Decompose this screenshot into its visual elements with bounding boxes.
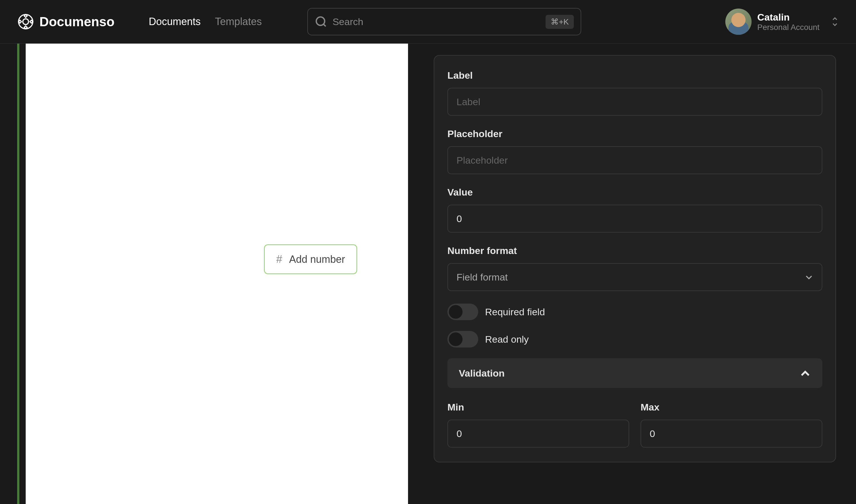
number-format-group: Number format Field format	[447, 245, 822, 291]
document-area: # Add number	[0, 43, 414, 504]
chevron-down-icon	[805, 273, 813, 281]
search-box[interactable]: ⌘+K	[307, 8, 581, 35]
user-menu[interactable]: Catalin Personal Account	[725, 8, 839, 35]
search-input[interactable]	[332, 16, 546, 28]
number-format-selected: Field format	[457, 272, 508, 283]
label-label: Label	[447, 70, 822, 81]
nav-links: Documents Templates	[149, 16, 262, 28]
svg-point-1	[23, 19, 29, 24]
min-label: Min	[447, 402, 629, 413]
read-only-toggle[interactable]	[447, 331, 478, 347]
properties-sidebar: Label Placeholder Value Number format Fi…	[414, 43, 856, 504]
avatar	[725, 8, 752, 35]
logo[interactable]: Documenso	[17, 13, 115, 30]
max-input[interactable]	[640, 420, 822, 448]
user-account: Personal Account	[757, 23, 820, 32]
user-info: Catalin Personal Account	[757, 12, 820, 32]
max-label: Max	[640, 402, 822, 413]
header: Documenso Documents Templates ⌘+K Catali…	[0, 0, 856, 43]
validation-title: Validation	[459, 368, 505, 379]
read-only-row: Read only	[447, 331, 822, 347]
number-format-label: Number format	[447, 245, 822, 256]
chevron-updown-icon	[831, 16, 839, 28]
number-field-chip[interactable]: # Add number	[264, 244, 357, 274]
document-indicator	[17, 43, 19, 504]
document-page[interactable]: # Add number	[26, 43, 408, 504]
min-input[interactable]	[447, 420, 629, 448]
placeholder-input[interactable]	[447, 146, 822, 174]
nav-templates[interactable]: Templates	[215, 16, 262, 28]
placeholder-group: Placeholder	[447, 128, 822, 174]
field-properties-panel: Label Placeholder Value Number format Fi…	[434, 55, 836, 462]
validation-grid: Min Max	[447, 402, 822, 448]
field-chip-label: Add number	[289, 253, 345, 265]
value-label: Value	[447, 187, 822, 198]
required-field-row: Required field	[447, 304, 822, 320]
placeholder-label: Placeholder	[447, 128, 822, 139]
max-group: Max	[640, 402, 822, 448]
required-field-label: Required field	[485, 306, 545, 318]
hash-icon: #	[276, 253, 282, 265]
value-group: Value	[447, 187, 822, 233]
main-content: # Add number Label Placeholder Value	[0, 43, 856, 504]
validation-header[interactable]: Validation	[447, 358, 822, 388]
chevron-up-icon	[800, 367, 811, 379]
label-input[interactable]	[447, 88, 822, 116]
min-group: Min	[447, 402, 629, 448]
svg-line-3	[324, 24, 326, 26]
required-field-toggle[interactable]	[447, 304, 478, 320]
label-group: Label	[447, 70, 822, 116]
logo-icon	[17, 13, 34, 30]
value-input[interactable]	[447, 205, 822, 233]
search-icon	[315, 15, 327, 28]
number-format-select[interactable]: Field format	[447, 263, 822, 291]
logo-text: Documenso	[39, 14, 115, 29]
nav-documents[interactable]: Documents	[149, 16, 201, 28]
user-name: Catalin	[757, 12, 820, 23]
read-only-label: Read only	[485, 334, 529, 345]
svg-point-2	[316, 17, 325, 25]
search-shortcut: ⌘+K	[546, 15, 574, 29]
